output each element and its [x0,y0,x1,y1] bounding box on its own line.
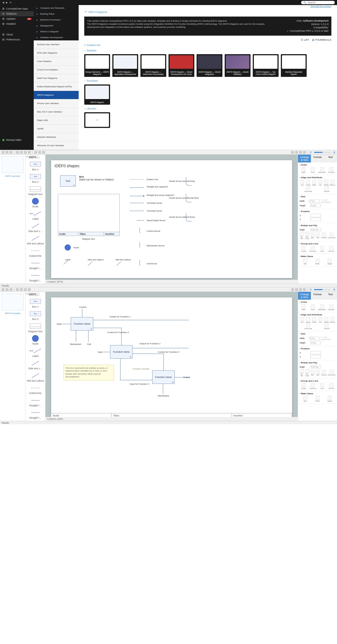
align-btn[interactable]: Bottom [330,317,335,323]
rotate-btn[interactable]: Flip [316,233,320,239]
props-tab[interactable]: Format [311,292,324,300]
group-btn[interactable]: Group [300,383,308,389]
tool-icon[interactable] [28,151,31,154]
props-rotate[interactable]: Rotate and Flip [300,361,335,364]
order-btn[interactable]: Backward [318,167,326,173]
tool-icon[interactable] [34,151,37,154]
props-align[interactable]: Align and Distribute [300,313,335,316]
align-btn[interactable]: Right [312,317,316,323]
rotate-btn[interactable]: 180° [310,370,315,376]
same-btn[interactable]: Width [312,396,323,402]
rotate-btn[interactable]: 180° [310,233,315,239]
category-item[interactable]: Business Processes [34,17,79,23]
same-btn[interactable]: Height [324,396,335,402]
props-rotate[interactable]: Rotate and Flip [300,224,335,227]
group-btn[interactable]: Lock [318,383,326,389]
props-tab[interactable]: Arrange & Size [298,292,311,300]
tool-icon[interactable] [28,288,31,291]
user-indicator[interactable]: Richard Miller [0,137,34,143]
zoom-in-icon[interactable]: ⊕ [333,288,335,291]
subcategory-item[interactable]: Entity-Relationship Diagram (ERD) [34,82,79,91]
view-list[interactable]: ☰ LIST [301,38,309,41]
sidebar-item-updates[interactable]: Updates24 [0,16,34,21]
height-input[interactable] [310,341,321,344]
width-input[interactable] [309,200,320,203]
subcategory-item[interactable]: Mac OS X User Interface [34,108,79,116]
section-templates[interactable]: – Templates [84,79,331,82]
rotate-btn[interactable]: 90° CCW [305,369,309,377]
angle-input[interactable] [310,365,321,368]
category-item[interactable]: Building Plans [34,11,79,17]
x-input[interactable] [310,351,321,354]
rotate-btn[interactable]: Horizontal [328,370,335,376]
tool-icon[interactable] [42,151,45,154]
tool-icon[interactable] [20,288,23,291]
height-input[interactable] [310,204,321,207]
shape-palette-item[interactable]: Straight l… [26,258,45,271]
tool-icon[interactable] [16,151,19,154]
subcategory-item[interactable]: Android User Interface [34,40,79,49]
shape-palette-item[interactable]: Mid text callout [26,371,45,383]
tool-icon[interactable] [6,288,8,291]
sidebar-item-conceptdraw-apps[interactable]: ConceptDraw Apps [0,6,34,11]
subcategory-item[interactable]: ATM UML Diagrams [34,49,79,57]
props-position[interactable]: Position [300,347,335,350]
tool-icon[interactable] [2,288,4,291]
props-same[interactable]: Make Same [300,255,335,258]
sample-thumb[interactable]: IDEF0 Diagram — Application Development [112,54,138,77]
tool-icon[interactable] [295,288,298,291]
tool-icon[interactable] [299,288,302,291]
rotate-btn[interactable]: Vertical [321,233,327,239]
props-tab[interactable]: Format [311,155,324,162]
order-btn[interactable]: Back [300,167,308,173]
function-box-3[interactable]: Function name3 [152,370,175,384]
subcategory-item[interactable]: SysML [34,125,79,133]
sidebar-preferences[interactable]: Preferences [0,37,34,42]
width-input[interactable] [309,337,320,340]
group-btn[interactable]: Group [300,246,308,252]
sample-thumb[interactable]: IDEF0 Diagram — Determine Groundwater [140,54,166,77]
x-input[interactable] [310,214,321,217]
shape-palette-item[interactable]: Diagram box [26,184,45,197]
shape-palette-item[interactable]: LabelLabel [26,346,45,359]
shape-palette-item[interactable]: Tunneled … [26,283,45,284]
order-btn[interactable]: Backward [318,304,326,310]
rotate-btn[interactable]: 90° CCW [305,232,309,239]
shape-palette-item[interactable]: Mid text callout [26,234,45,246]
document-thumbnail[interactable] [2,294,24,310]
shape-palette-item[interactable]: Straight l… [26,396,45,408]
y-input[interactable] [310,355,321,358]
shape-palette-item[interactable]: Side text c… [26,359,45,371]
same-btn[interactable]: Size [300,396,311,402]
align-btn[interactable]: Top [318,180,323,186]
tool-icon[interactable] [24,288,27,291]
category-item[interactable]: Software Development [34,35,79,40]
subcategory-item[interactable]: Crow's Foot Notation [34,66,79,74]
shape-palette-item[interactable]: Node [26,334,45,346]
order-btn[interactable]: Front [309,167,317,173]
order-btn[interactable]: Forward [327,167,335,173]
shape-palette-item[interactable]: TextBox 2 [26,309,45,322]
sample-thumb[interactable]: Design Elements — IDEF0 Diagrams [84,54,110,77]
section-samples[interactable]: – Samples [84,49,331,52]
subcategory-item[interactable]: Rapid UML [34,116,79,125]
group-btn[interactable]: Lock [318,246,326,252]
shape-palette-item[interactable]: Dotted line [26,383,45,396]
tool-icon[interactable] [303,288,306,291]
zoom-out-icon[interactable]: ⊖ [309,151,312,154]
shapes-tab[interactable]: IDEF0… [28,155,40,159]
props-size[interactable]: Size [300,333,335,335]
sample-thumb[interactable]: IDEF0 Diagram — Model Development Life C… [168,54,194,77]
sample-thumb[interactable]: IDEF0 Diagram — Model Validation [225,54,251,77]
shape-palette-item[interactable]: TextBox 2 [26,172,45,184]
zoom-slider[interactable] [314,152,331,153]
sample-thumb[interactable]: IDEF0 Diagram — Top Level Context Diagra… [253,54,279,77]
shape-palette-item[interactable]: LabelLabel [26,209,45,221]
same-btn[interactable]: Height [324,259,335,265]
sidebar-item-installed[interactable]: Installed [0,21,34,26]
props-align[interactable]: Align and Distribute [300,176,335,179]
rotate-btn[interactable]: Flip [316,370,320,376]
angle-input[interactable] [310,228,321,231]
align-btn[interactable]: Center [306,180,311,186]
subcategory-item[interactable]: Data Flow Diagrams [34,74,79,82]
